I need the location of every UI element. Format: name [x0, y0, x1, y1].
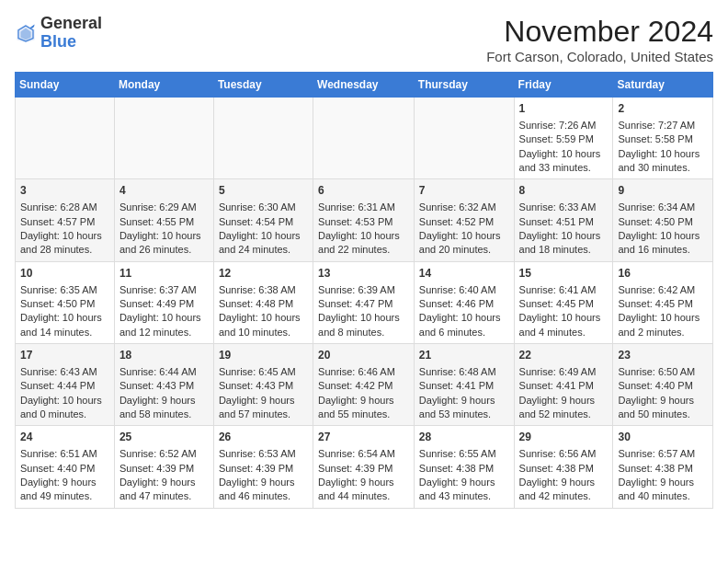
day-info: Sunset: 4:45 PM: [618, 297, 708, 311]
calendar-cell: 27Sunrise: 6:54 AMSunset: 4:39 PMDayligh…: [313, 426, 415, 508]
day-info: Sunrise: 7:26 AM: [519, 119, 609, 132]
day-info: Sunrise: 7:27 AM: [618, 119, 708, 132]
calendar-week-4: 17Sunrise: 6:43 AMSunset: 4:44 PMDayligh…: [16, 344, 713, 426]
day-info: Sunset: 4:52 PM: [419, 215, 509, 229]
day-info: Sunset: 4:50 PM: [20, 297, 109, 311]
day-info: Sunrise: 6:31 AM: [318, 201, 409, 214]
day-number: 13: [318, 266, 409, 282]
day-info: Daylight: 10 hours and 24 minutes.: [219, 229, 308, 258]
day-number: 25: [119, 430, 209, 445]
day-number: 22: [519, 348, 609, 363]
day-info: Daylight: 10 hours and 8 minutes.: [318, 311, 409, 339]
day-info: Sunrise: 6:40 AM: [419, 283, 509, 297]
logo-text: General Blue: [40, 15, 102, 52]
calendar-week-1: 1Sunrise: 7:26 AMSunset: 5:59 PMDaylight…: [16, 98, 713, 179]
day-number: 3: [20, 183, 109, 199]
day-info: Sunrise: 6:39 AM: [318, 283, 409, 297]
day-number: 1: [519, 101, 609, 117]
calendar-cell: [414, 98, 514, 179]
day-info: Sunset: 4:38 PM: [519, 462, 609, 476]
logo: General Blue: [15, 15, 102, 52]
calendar-header-saturday: Saturday: [613, 73, 713, 98]
calendar-cell: 17Sunrise: 6:43 AMSunset: 4:44 PMDayligh…: [16, 344, 115, 426]
day-info: Sunset: 4:40 PM: [618, 379, 708, 393]
day-number: 6: [318, 183, 409, 199]
calendar-week-5: 24Sunrise: 6:51 AMSunset: 4:40 PMDayligh…: [16, 426, 713, 508]
day-info: Daylight: 10 hours and 33 minutes.: [519, 147, 609, 176]
calendar-cell: 15Sunrise: 6:41 AMSunset: 4:45 PMDayligh…: [514, 261, 613, 343]
day-info: Sunrise: 6:35 AM: [20, 283, 109, 297]
day-info: Sunset: 4:43 PM: [219, 379, 308, 393]
day-info: Sunrise: 6:30 AM: [219, 201, 308, 214]
day-number: 12: [219, 266, 308, 282]
day-info: Sunrise: 6:37 AM: [119, 283, 209, 297]
day-info: Sunrise: 6:45 AM: [219, 365, 308, 379]
calendar-cell: 29Sunrise: 6:56 AMSunset: 4:38 PMDayligh…: [514, 426, 613, 508]
calendar-cell: 4Sunrise: 6:29 AMSunset: 4:55 PMDaylight…: [114, 179, 213, 261]
calendar-cell: 13Sunrise: 6:39 AMSunset: 4:47 PMDayligh…: [313, 261, 415, 343]
day-number: 10: [20, 266, 109, 282]
day-info: Daylight: 10 hours and 6 minutes.: [419, 311, 509, 339]
day-info: Sunrise: 6:51 AM: [20, 447, 109, 461]
calendar-cell: [114, 98, 213, 179]
day-info: Sunset: 4:38 PM: [618, 462, 708, 476]
day-number: 27: [318, 430, 409, 445]
day-info: Sunset: 4:45 PM: [519, 297, 609, 311]
calendar-header-sunday: Sunday: [16, 73, 115, 98]
day-number: 23: [618, 348, 708, 363]
day-number: 11: [119, 266, 209, 282]
day-info: Sunrise: 6:57 AM: [618, 447, 708, 461]
calendar-cell: 25Sunrise: 6:52 AMSunset: 4:39 PMDayligh…: [114, 426, 213, 508]
day-number: 7: [419, 183, 509, 199]
calendar-week-2: 3Sunrise: 6:28 AMSunset: 4:57 PMDaylight…: [16, 179, 713, 261]
day-info: Sunrise: 6:33 AM: [519, 201, 609, 214]
calendar-header-thursday: Thursday: [414, 73, 514, 98]
day-info: Sunset: 4:39 PM: [119, 462, 209, 476]
page-header: General Blue November 2024 Fort Carson, …: [15, 15, 713, 64]
day-info: Daylight: 10 hours and 2 minutes.: [618, 311, 708, 339]
day-info: Daylight: 10 hours and 16 minutes.: [618, 229, 708, 258]
day-info: Daylight: 9 hours and 57 minutes.: [219, 394, 308, 422]
day-info: Daylight: 9 hours and 58 minutes.: [119, 394, 209, 422]
calendar: SundayMondayTuesdayWednesdayThursdayFrid…: [15, 72, 713, 509]
day-number: 14: [419, 266, 509, 282]
day-info: Sunrise: 6:56 AM: [519, 447, 609, 461]
calendar-cell: 22Sunrise: 6:49 AMSunset: 4:41 PMDayligh…: [514, 344, 613, 426]
day-number: 18: [119, 348, 209, 363]
calendar-header-wednesday: Wednesday: [313, 73, 415, 98]
day-info: Sunset: 4:53 PM: [318, 215, 409, 229]
day-info: Sunset: 4:54 PM: [219, 215, 308, 229]
calendar-cell: 6Sunrise: 6:31 AMSunset: 4:53 PMDaylight…: [313, 179, 415, 261]
day-info: Sunrise: 6:44 AM: [119, 365, 209, 379]
day-number: 20: [318, 348, 409, 363]
day-info: Sunrise: 6:34 AM: [618, 201, 708, 214]
day-info: Daylight: 10 hours and 22 minutes.: [318, 229, 409, 258]
calendar-cell: 2Sunrise: 7:27 AMSunset: 5:58 PMDaylight…: [613, 98, 713, 179]
day-number: 30: [618, 430, 708, 445]
day-number: 9: [618, 183, 708, 199]
calendar-cell: 10Sunrise: 6:35 AMSunset: 4:50 PMDayligh…: [16, 261, 115, 343]
day-info: Sunrise: 6:53 AM: [219, 447, 308, 461]
day-info: Sunset: 4:40 PM: [20, 462, 109, 476]
calendar-cell: 14Sunrise: 6:40 AMSunset: 4:46 PMDayligh…: [414, 261, 514, 343]
calendar-cell: 28Sunrise: 6:55 AMSunset: 4:38 PMDayligh…: [414, 426, 514, 508]
day-info: Daylight: 9 hours and 49 minutes.: [20, 476, 109, 504]
day-info: Sunrise: 6:49 AM: [519, 365, 609, 379]
day-info: Daylight: 9 hours and 55 minutes.: [318, 394, 409, 422]
calendar-body: 1Sunrise: 7:26 AMSunset: 5:59 PMDaylight…: [16, 98, 713, 509]
day-info: Sunrise: 6:52 AM: [119, 447, 209, 461]
calendar-cell: [313, 98, 415, 179]
day-info: Sunset: 5:58 PM: [618, 132, 708, 146]
day-number: 21: [419, 348, 509, 363]
day-info: Daylight: 10 hours and 18 minutes.: [519, 229, 609, 258]
calendar-cell: 16Sunrise: 6:42 AMSunset: 4:45 PMDayligh…: [613, 261, 713, 343]
day-info: Daylight: 9 hours and 43 minutes.: [419, 476, 509, 504]
day-number: 2: [618, 101, 708, 117]
day-number: 15: [519, 266, 609, 282]
day-info: Sunset: 4:47 PM: [318, 297, 409, 311]
calendar-cell: 7Sunrise: 6:32 AMSunset: 4:52 PMDaylight…: [414, 179, 514, 261]
day-info: Sunrise: 6:32 AM: [419, 201, 509, 214]
calendar-cell: 12Sunrise: 6:38 AMSunset: 4:48 PMDayligh…: [213, 261, 313, 343]
day-info: Sunrise: 6:46 AM: [318, 365, 409, 379]
calendar-cell: 11Sunrise: 6:37 AMSunset: 4:49 PMDayligh…: [114, 261, 213, 343]
